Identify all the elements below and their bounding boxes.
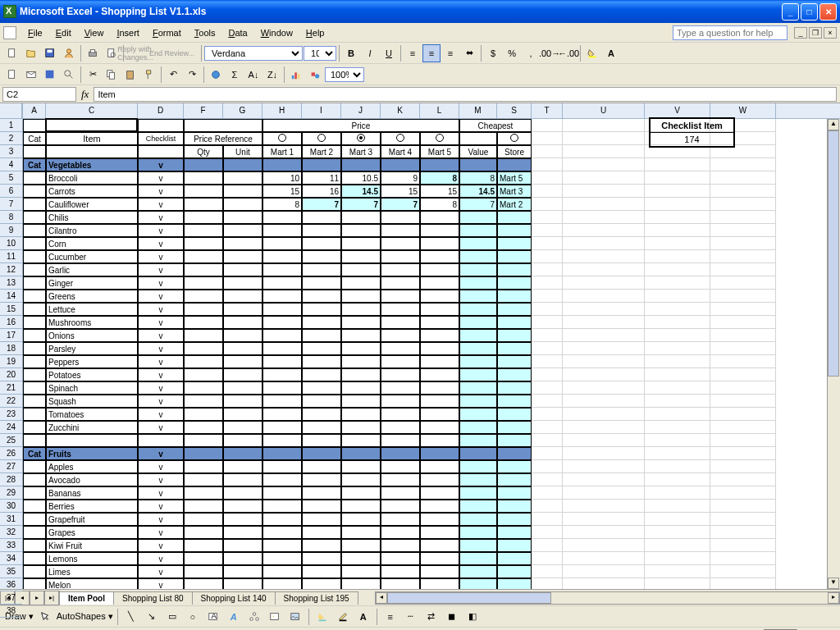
row-header-22[interactable]: 22 xyxy=(0,395,22,408)
cell[interactable] xyxy=(645,355,710,368)
cell[interactable] xyxy=(23,119,46,132)
cell[interactable] xyxy=(341,460,381,473)
cell[interactable]: 10 xyxy=(262,171,302,185)
font-select[interactable]: Verdana xyxy=(204,46,303,61)
cell[interactable] xyxy=(223,447,262,460)
cell[interactable] xyxy=(563,486,645,500)
cell[interactable] xyxy=(223,237,262,250)
cell[interactable] xyxy=(459,395,497,408)
mart-radio-3[interactable] xyxy=(341,132,381,145)
line-button[interactable]: ╲ xyxy=(122,608,140,626)
cell[interactable] xyxy=(532,276,563,290)
cell[interactable] xyxy=(23,500,46,513)
new-workbook-button[interactable] xyxy=(3,66,21,84)
increase-decimal-button[interactable]: .00→ xyxy=(541,44,559,62)
cell[interactable] xyxy=(262,276,302,290)
item-header[interactable]: Item xyxy=(46,132,138,145)
cell[interactable] xyxy=(223,342,262,355)
cell[interactable] xyxy=(497,303,532,316)
cell[interactable] xyxy=(497,434,532,447)
cell[interactable] xyxy=(710,539,776,552)
cell[interactable]: Berries xyxy=(46,500,138,513)
cell[interactable] xyxy=(23,329,46,342)
cell[interactable] xyxy=(302,578,341,589)
row-header-1[interactable]: 1 xyxy=(0,119,22,132)
cell[interactable]: Mart 1 xyxy=(262,145,302,158)
cell[interactable]: 16 xyxy=(302,185,341,198)
cell[interactable] xyxy=(23,198,46,211)
cell[interactable] xyxy=(497,513,532,526)
cell[interactable]: 15 xyxy=(381,185,420,198)
cell[interactable] xyxy=(710,211,776,224)
cell[interactable] xyxy=(497,447,532,460)
cell[interactable] xyxy=(645,368,710,381)
cell[interactable] xyxy=(459,158,497,171)
cell[interactable] xyxy=(710,578,776,589)
row-header-38[interactable]: 38 xyxy=(0,605,22,618)
cell[interactable] xyxy=(532,342,563,355)
cell[interactable] xyxy=(302,316,341,329)
cell[interactable] xyxy=(710,329,776,342)
shadow-button[interactable]: ◼ xyxy=(443,608,461,626)
cell[interactable] xyxy=(645,237,710,250)
cell[interactable] xyxy=(710,158,776,171)
cell[interactable] xyxy=(184,447,223,460)
cell[interactable]: 7 xyxy=(302,198,341,211)
cell[interactable] xyxy=(184,329,223,342)
row-header-19[interactable]: 19 xyxy=(0,355,22,368)
cell[interactable] xyxy=(532,145,563,158)
cell[interactable] xyxy=(223,316,262,329)
cell[interactable] xyxy=(341,447,381,460)
tab-last-button[interactable]: ▸| xyxy=(44,591,59,605)
reply-changes-button[interactable]: Reply with Changes... xyxy=(126,44,144,62)
cell[interactable] xyxy=(23,565,46,578)
align-right-button[interactable]: ≡ xyxy=(441,44,459,62)
cell[interactable] xyxy=(341,381,381,395)
cell[interactable] xyxy=(223,539,262,552)
cell[interactable] xyxy=(420,316,459,329)
cell[interactable] xyxy=(459,342,497,355)
cell[interactable]: Garlic xyxy=(46,263,138,276)
cell[interactable] xyxy=(563,513,645,526)
cell[interactable]: Lemons xyxy=(46,552,138,565)
cell[interactable] xyxy=(497,342,532,355)
cell[interactable] xyxy=(381,316,420,329)
cell[interactable] xyxy=(563,329,645,342)
cell[interactable]: Fruits xyxy=(46,447,138,460)
scroll-down-button[interactable]: ▼ xyxy=(828,578,839,589)
row-header-29[interactable]: 29 xyxy=(0,486,22,500)
cell[interactable] xyxy=(302,513,341,526)
row-header-14[interactable]: 14 xyxy=(0,290,22,303)
col-header-W[interactable]: W xyxy=(710,103,776,118)
cell[interactable] xyxy=(459,355,497,368)
cell[interactable] xyxy=(532,421,563,434)
row-header-12[interactable]: 12 xyxy=(0,263,22,276)
cell[interactable] xyxy=(381,395,420,408)
cell[interactable] xyxy=(645,395,710,408)
cell[interactable] xyxy=(381,276,420,290)
cell[interactable] xyxy=(262,342,302,355)
cell[interactable] xyxy=(459,211,497,224)
copy-button[interactable] xyxy=(103,66,121,84)
cell[interactable] xyxy=(341,263,381,276)
cell[interactable] xyxy=(710,368,776,381)
cell[interactable] xyxy=(532,460,563,473)
cell[interactable] xyxy=(710,198,776,211)
cell[interactable] xyxy=(532,381,563,395)
cell[interactable] xyxy=(223,171,262,185)
cell[interactable] xyxy=(459,224,497,237)
cell[interactable] xyxy=(341,290,381,303)
cell[interactable] xyxy=(710,224,776,237)
cell[interactable] xyxy=(223,303,262,316)
cell[interactable] xyxy=(223,526,262,539)
cell[interactable] xyxy=(420,408,459,421)
cell[interactable] xyxy=(341,513,381,526)
cell[interactable] xyxy=(138,434,184,447)
drawing-button[interactable] xyxy=(306,66,324,84)
maximize-button[interactable]: □ xyxy=(801,3,818,21)
cell[interactable] xyxy=(184,185,223,198)
cell[interactable] xyxy=(420,421,459,434)
save-button[interactable] xyxy=(41,44,59,62)
cell[interactable] xyxy=(645,329,710,342)
cell[interactable] xyxy=(532,303,563,316)
